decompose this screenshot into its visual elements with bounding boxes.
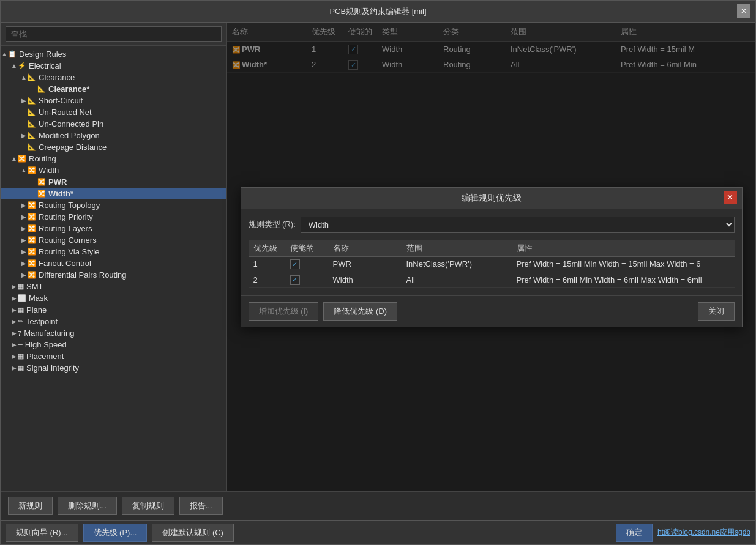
tree-label: Electrical bbox=[29, 61, 61, 70]
tree-label: Manufacturing bbox=[24, 328, 74, 338]
tree-icon: 🔀 bbox=[28, 213, 36, 221]
tree-arrow: ▶ bbox=[10, 341, 18, 348]
tree-icon: ▦ bbox=[18, 306, 24, 314]
tree-item-short-circuit[interactable]: ▶ 📐 Short-Circuit bbox=[1, 95, 226, 106]
tree-icon: 🔀 bbox=[18, 155, 26, 163]
tree-item-width-star[interactable]: 🔀 Width* bbox=[1, 188, 226, 199]
tree-item-clearance-group[interactable]: ▲ 📐 Clearance bbox=[1, 72, 226, 83]
tree-item-routing-via-style[interactable]: ▶ 🔀 Routing Via Style bbox=[1, 246, 226, 258]
tree-item-routing[interactable]: ▲ 🔀 Routing bbox=[1, 153, 226, 165]
tree-item-fanout-control[interactable]: ▶ 🔀 Fanout Control bbox=[1, 258, 226, 269]
tree-item-pwr[interactable]: 🔀 PWR bbox=[1, 176, 226, 188]
tree-arrow: ▶ bbox=[20, 225, 28, 232]
tree-icon: ✏ bbox=[18, 317, 23, 325]
tree-item-electrical[interactable]: ▲ ⚡ Electrical bbox=[1, 60, 226, 72]
tree-label: Fanout Control bbox=[39, 259, 91, 268]
search-bar bbox=[1, 23, 226, 46]
modal-col-header-name: 名称 bbox=[328, 240, 402, 256]
tree-icon: 📐 bbox=[37, 85, 46, 93]
tree-icon: ⬜ bbox=[18, 294, 26, 302]
tree-arrow: ▶ bbox=[20, 202, 28, 209]
tree-arrow: ▶ bbox=[20, 213, 28, 220]
tree-item-routing-layers[interactable]: ▶ 🔀 Routing Layers bbox=[1, 223, 226, 234]
modal-table-row[interactable]: 2 ✓ Width All Pref Width = 6mil Min Widt… bbox=[249, 272, 735, 288]
modal-close-button[interactable]: ✕ bbox=[724, 191, 737, 204]
modal-col-header-priority: 优先级 bbox=[249, 240, 285, 256]
modal-close-dialog-button[interactable]: 关闭 bbox=[698, 302, 735, 321]
tree-item-diff-pairs[interactable]: ▶ 🔀 Differential Pairs Routing bbox=[1, 269, 226, 281]
modal-dialog: 编辑规则优先级 ✕ 规则类型 (R): Width 优先级 bbox=[241, 187, 743, 327]
tree-icon: 📐 bbox=[28, 132, 36, 139]
tree-item-creepage-distance[interactable]: 📐 Creepage Distance bbox=[1, 141, 226, 153]
tree-arrow: ▶ bbox=[10, 318, 18, 325]
tree-icon: 🔀 bbox=[37, 178, 46, 186]
tree-item-high-speed[interactable]: ▶ ═ High Speed bbox=[1, 339, 226, 350]
tree-label: Placement bbox=[26, 352, 64, 361]
decrease-priority-button[interactable]: 降低优先级 (D) bbox=[323, 302, 397, 321]
main-window: PCB规则及约束编辑器 [mil] ✕ ▲ 📋 Design Rules ▲ ⚡… bbox=[0, 0, 756, 545]
tree-icon: 🔀 bbox=[28, 166, 36, 174]
tree-item-mask[interactable]: ▶ ⬜ Mask bbox=[1, 292, 226, 304]
tree-icon: 🔀 bbox=[28, 259, 36, 267]
create-default-rules-button[interactable]: 创建默认规则 (C) bbox=[152, 524, 234, 542]
bottom-area: 新规则 删除规则... 复制规则 报告... bbox=[1, 491, 755, 520]
tree-label: SMT bbox=[26, 282, 43, 291]
tree-item-modified-polygon[interactable]: ▶ 📐 Modified Polygon bbox=[1, 130, 226, 141]
tree-label: Routing Priority bbox=[39, 212, 93, 221]
tree-item-un-connected-pin[interactable]: 📐 Un-Connected Pin bbox=[1, 118, 226, 130]
tree-arrow: ▶ bbox=[10, 330, 18, 336]
window-close-button[interactable]: ✕ bbox=[737, 4, 750, 18]
tree-arrow: ▶ bbox=[10, 295, 18, 302]
ok-button[interactable]: 确定 bbox=[616, 524, 653, 542]
priority-button[interactable]: 优先级 (P)... bbox=[83, 524, 148, 542]
copy-rule-button[interactable]: 复制规则 bbox=[122, 497, 174, 515]
tree-arrow: ▲ bbox=[1, 51, 8, 57]
tree-arrow: ▶ bbox=[10, 283, 18, 290]
tree-icon: 📐 bbox=[28, 97, 36, 105]
tree-item-smt[interactable]: ▶ ▦ SMT bbox=[1, 281, 226, 292]
tree-icon: ⚡ bbox=[18, 62, 26, 70]
tree-label: Design Rules bbox=[19, 50, 66, 59]
tree-item-width[interactable]: ▲ 🔀 Width bbox=[1, 165, 226, 176]
report-button[interactable]: 报告... bbox=[179, 497, 223, 515]
rule-wizard-button[interactable]: 规则向导 (R)... bbox=[6, 524, 78, 542]
footer-link[interactable]: ht阅读blog.csdn.ne应用sgdb bbox=[657, 527, 750, 538]
tree-item-routing-priority[interactable]: ▶ 🔀 Routing Priority bbox=[1, 211, 226, 223]
tree-item-manufacturing[interactable]: ▶ 7 Manufacturing bbox=[1, 327, 226, 339]
tree-arrow: ▶ bbox=[10, 365, 18, 371]
search-input[interactable] bbox=[6, 26, 222, 42]
tree-arrow: ▲ bbox=[10, 62, 18, 69]
tree-item-signal-integrity[interactable]: ▶ ▦ Signal Integrity bbox=[1, 362, 226, 374]
tree-arrow: ▶ bbox=[10, 306, 18, 313]
tree-label: Un-Connected Pin bbox=[39, 119, 103, 128]
tree-item-placement[interactable]: ▶ ▦ Placement bbox=[1, 350, 226, 362]
footer: 规则向导 (R)... 优先级 (P)... 创建默认规则 (C) 确定 ht阅… bbox=[1, 520, 755, 544]
tree-item-un-routed-net[interactable]: 📐 Un-Routed Net bbox=[1, 106, 226, 118]
tree-label: Width* bbox=[48, 189, 73, 198]
tree-label: Width bbox=[39, 166, 59, 175]
tree-icon: 📋 bbox=[8, 50, 17, 58]
modal-table-body: 1 ✓ PWR InNetClass('PWR') Pref Width = 1… bbox=[249, 257, 735, 288]
tree-item-testpoint[interactable]: ▶ ✏ Testpoint bbox=[1, 316, 226, 327]
new-rule-button[interactable]: 新规则 bbox=[8, 497, 53, 515]
tree-item-design-rules[interactable]: ▲ 📋 Design Rules bbox=[1, 48, 226, 60]
tree-label: Clearance* bbox=[48, 84, 89, 94]
tree-label: Clearance bbox=[39, 73, 75, 82]
modal-table-row[interactable]: 1 ✓ PWR InNetClass('PWR') Pref Width = 1… bbox=[249, 257, 735, 273]
tree-item-routing-corners[interactable]: ▶ 🔀 Routing Corners bbox=[1, 234, 226, 246]
tree-icon: ═ bbox=[18, 341, 23, 349]
tree-icon: 📐 bbox=[28, 120, 36, 128]
tree-icon: 7 bbox=[18, 330, 21, 337]
increase-priority-button[interactable]: 增加优先级 (I) bbox=[249, 302, 319, 321]
tree-item-routing-topology[interactable]: ▶ 🔀 Routing Topology bbox=[1, 199, 226, 211]
rule-type-select[interactable]: Width bbox=[301, 217, 735, 233]
tree-arrow: ▶ bbox=[10, 353, 18, 360]
modal-footer: 增加优先级 (I) 降低优先级 (D) 关闭 bbox=[241, 295, 742, 327]
tree-item-plane[interactable]: ▶ ▦ Plane bbox=[1, 304, 226, 316]
tree-arrow: ▶ bbox=[20, 132, 28, 139]
tree-label: Routing Topology bbox=[39, 201, 100, 210]
tree-icon: 📐 bbox=[28, 143, 36, 151]
delete-rule-button[interactable]: 删除规则... bbox=[58, 497, 117, 515]
tree-item-clearance-item[interactable]: 📐 Clearance* bbox=[1, 83, 226, 95]
tree-label: Routing Corners bbox=[39, 235, 97, 245]
